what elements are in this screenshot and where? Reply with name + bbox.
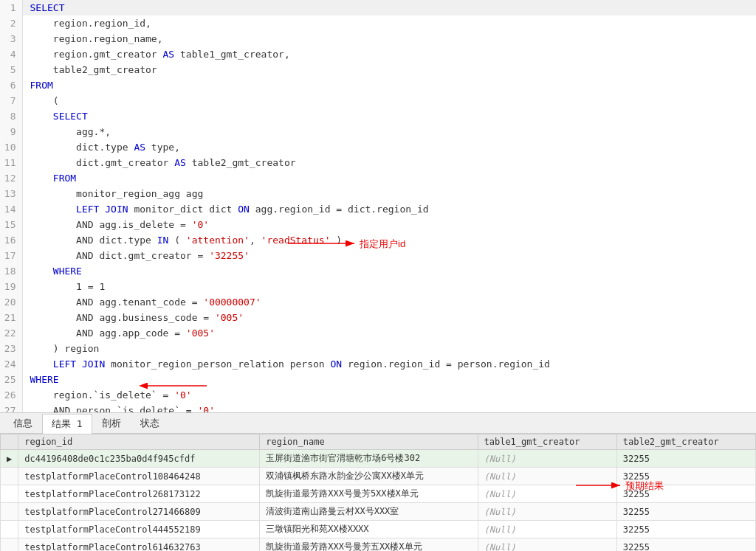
line-content: agg.*, xyxy=(22,124,756,139)
results-column-header: table1_gmt_creator xyxy=(478,434,616,450)
results-column-header: region_id xyxy=(18,434,260,450)
line-number: 10 xyxy=(0,139,22,155)
line-content: AND agg.is_delete = '0' xyxy=(22,217,756,232)
code-line: 6FROM xyxy=(0,77,756,93)
cell-region-name: 玉屏街道渔市街官渭塘乾市场6号楼302 xyxy=(260,450,478,468)
row-indicator xyxy=(1,521,18,538)
results-column-header: region_name xyxy=(260,434,478,450)
cell-region-id: testplatformPlaceControl614632763 xyxy=(18,538,260,552)
code-line: 9 agg.*, xyxy=(0,124,756,139)
cell-table1-gmt-creator: (Null) xyxy=(478,538,616,552)
code-token: table2_gmt_creator xyxy=(186,157,296,168)
code-token: region.region_id = person.region_id xyxy=(342,358,550,370)
code-token: ( xyxy=(168,235,185,246)
code-token: AND dict.gmt_creator = xyxy=(30,250,210,261)
code-token: 1 = 1 xyxy=(30,281,106,292)
code-token: monitor_dict dict xyxy=(128,204,238,215)
line-content: WHERE xyxy=(22,263,756,279)
line-number: 4 xyxy=(0,46,22,62)
code-token: type, xyxy=(145,142,180,153)
code-token: monitor_region_person_relation person xyxy=(105,358,330,370)
line-content: LEFT JOIN monitor_region_person_relation… xyxy=(22,356,756,372)
tab-item[interactable]: 剖析 xyxy=(92,413,131,433)
code-line: 24 LEFT JOIN monitor_region_person_relat… xyxy=(0,356,756,372)
results-wrapper: region_idregion_nametable1_gmt_creatorta… xyxy=(0,434,756,551)
code-token: ON xyxy=(238,204,250,215)
results-area[interactable]: region_idregion_nametable1_gmt_creatorta… xyxy=(0,434,756,551)
line-content: table2_gmt_creator xyxy=(22,62,756,77)
line-number: 25 xyxy=(0,372,22,387)
code-line: 18 WHERE xyxy=(0,263,756,279)
code-line: 25WHERE xyxy=(0,372,756,387)
line-content: AND agg.business_code = '005' xyxy=(22,310,756,325)
code-token: LEFT JOIN xyxy=(30,358,106,370)
code-line: 10 dict.type AS type, xyxy=(0,139,756,155)
code-token: region.region_name, xyxy=(30,33,163,44)
editor-area[interactable]: 1SELECT2 region.region_id,3 region.regio… xyxy=(0,0,756,413)
code-token: 'readStatus' xyxy=(261,235,331,246)
line-content: region.`is_delete` = '0' xyxy=(22,387,756,403)
cell-table1-gmt-creator: (Null) xyxy=(478,450,616,468)
line-number: 5 xyxy=(0,62,22,77)
cell-table1-gmt-creator: (Null) xyxy=(478,521,616,538)
tab-item[interactable]: 状态 xyxy=(131,413,169,433)
results-row: testplatformPlaceControl444552189三墩镇阳光和苑… xyxy=(1,521,756,538)
line-number: 13 xyxy=(0,186,22,201)
code-token: dict.type xyxy=(30,142,134,153)
code-token: AND agg.app_code = xyxy=(30,328,186,339)
cell-region-name: 清波街道南山路曼云村XX号XXX室 xyxy=(260,503,478,521)
tab-item[interactable]: 信息 xyxy=(4,413,42,433)
code-table: 1SELECT2 region.region_id,3 region.regio… xyxy=(0,0,756,413)
line-number: 1 xyxy=(0,0,22,15)
code-token: ( xyxy=(30,95,59,106)
code-line: 26 region.`is_delete` = '0' xyxy=(0,387,756,403)
code-line: 11 dict.gmt_creator AS table2_gmt_creato… xyxy=(0,155,756,170)
code-line: 7 ( xyxy=(0,93,756,108)
code-line: 4 region.gmt_creator AS table1_gmt_creat… xyxy=(0,46,756,62)
cell-table2-gmt-creator: 32255 xyxy=(616,521,755,538)
results-row: testplatformPlaceControl268173122凯旋街道最芳路… xyxy=(1,485,756,503)
line-number: 15 xyxy=(0,217,22,232)
line-number: 17 xyxy=(0,248,22,263)
line-number: 26 xyxy=(0,387,22,403)
code-token: '0' xyxy=(174,389,191,401)
code-line: 8 SELECT xyxy=(0,108,756,124)
code-line: 3 region.region_name, xyxy=(0,31,756,46)
line-content: WHERE xyxy=(22,372,756,387)
cell-region-id: testplatformPlaceControl271466809 xyxy=(18,503,260,521)
code-token: AS xyxy=(174,157,186,168)
editor-wrapper: 1SELECT2 region.region_id,3 region.regio… xyxy=(0,0,756,413)
tab-item[interactable]: 结果 1 xyxy=(42,414,92,434)
code-token: region.`is_delete` = xyxy=(30,389,175,401)
cell-region-name: 凯旋街道最芳路XXX号曼芳五XX楼X单元 xyxy=(260,538,478,552)
code-token: 'attention' xyxy=(186,235,250,246)
code-token: , xyxy=(250,235,261,246)
cell-region-id: testplatformPlaceControl444552189 xyxy=(18,521,260,538)
code-token: ) xyxy=(331,235,343,246)
code-line: 22 AND agg.app_code = '005' xyxy=(0,325,756,341)
code-token: '005' xyxy=(186,328,215,339)
line-number: 16 xyxy=(0,232,22,248)
code-token: AND agg.business_code = xyxy=(30,312,215,323)
line-number: 27 xyxy=(0,403,22,413)
line-number: 20 xyxy=(0,294,22,310)
line-content: AND dict.gmt_creator = '32255' xyxy=(22,248,756,263)
row-indicator xyxy=(1,485,18,503)
code-token: FROM xyxy=(30,80,53,91)
line-content: FROM xyxy=(22,77,756,93)
line-content: ) region xyxy=(22,341,756,356)
code-token: IN xyxy=(157,235,169,246)
code-token: AS xyxy=(134,142,145,153)
cell-region-id: testplatformPlaceControl108464248 xyxy=(18,468,260,485)
results-column-header: table2_gmt_creator xyxy=(616,434,755,450)
line-number: 14 xyxy=(0,201,22,217)
tabs-bar: 信息结果 1剖析状态 xyxy=(0,413,756,434)
code-token: '0' xyxy=(192,219,209,230)
code-token: AND agg.tenant_code = xyxy=(30,297,204,308)
code-token: FROM xyxy=(30,173,77,184)
code-line: 5 table2_gmt_creator xyxy=(0,62,756,77)
code-token: '005' xyxy=(215,312,244,323)
code-token: region.region_id, xyxy=(30,18,151,29)
line-number: 8 xyxy=(0,108,22,124)
code-line: 19 1 = 1 xyxy=(0,279,756,294)
